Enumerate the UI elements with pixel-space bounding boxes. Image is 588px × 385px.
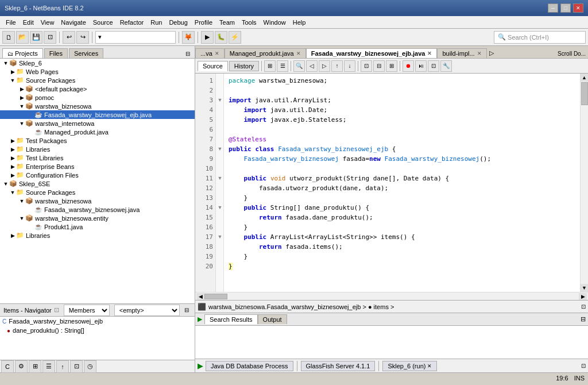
menu-view[interactable]: View [37,18,58,27]
tab-close-icon[interactable]: ✕ [427,51,432,56]
record-btn[interactable]: ⏺ [403,60,414,72]
tree-warstwa-internetowa[interactable]: ▼ 📦 warstwa_internetowa [0,119,195,128]
menu-profile[interactable]: Profile [191,18,216,27]
menu-run[interactable]: Run [147,18,165,27]
firefox-button[interactable]: 🦊 [182,31,195,44]
undo-button[interactable]: ↩ [63,31,75,44]
tab-va[interactable]: ...va ✕ [195,48,225,58]
run-button[interactable]: ▶ [201,31,214,44]
tools-btn[interactable]: 🔧 [440,60,452,72]
vertical-scrollbar[interactable]: ▲ ▼ [580,74,588,292]
tree-source-packages[interactable]: ▼ 📁 Source Packages [0,76,195,84]
output-collapse-button[interactable]: ⊟ [581,315,586,323]
menu-help[interactable]: Help [289,18,310,27]
comment-btn[interactable]: ⊞ [386,60,397,72]
diff-btn[interactable]: ⊡ [361,60,372,72]
menu-debug[interactable]: Debug [165,18,191,27]
process-java-db[interactable]: Java DB Database Process [206,361,293,371]
tree-default-package[interactable]: ▶ 📦 <default package> [0,84,195,93]
prev-btn[interactable]: ↑ [331,60,343,72]
tree-test-packages[interactable]: ▶ 📁 Test Packages [0,136,195,145]
format-btn[interactable]: ⊟ [373,60,385,72]
tab-overflow-button[interactable]: ▷ [487,48,496,58]
menu-file[interactable]: File [2,18,20,27]
horizontal-scrollbar[interactable]: ◀ ▶ [195,292,588,300]
nav-btn-1[interactable]: C [1,360,14,373]
tab-search-results[interactable]: Search Results [204,314,258,324]
panel-collapse-button[interactable]: ⊟ [183,49,192,58]
tree-test-libraries[interactable]: ▶ 📁 Test Libraries [0,153,195,162]
tab-services[interactable]: Services [69,48,103,58]
redo-button[interactable]: ↪ [76,31,89,44]
tab-projects[interactable]: 🗂Projects [2,48,43,58]
tab-managed-produkt[interactable]: Managed_produkt.java ✕ [225,48,306,58]
process-bar-collapse[interactable]: ⊡ [581,363,586,369]
tree-pomoc[interactable]: ▶ 📦 pomoc [0,93,195,102]
tree-produkt1[interactable]: ☕ Produkt1.java [0,222,195,231]
scroll-right-button[interactable]: ▶ [579,293,587,300]
profile-button[interactable]: ⚡ [229,31,241,44]
new-project-button[interactable]: 🗋 [2,31,15,44]
nav-btn-3[interactable]: ⊞ [29,360,41,373]
menu-edit[interactable]: Edit [20,18,37,27]
fold-17[interactable]: ▼ [216,232,224,242]
play-btn[interactable]: ⏯ [415,60,427,72]
h-scroll-thumb[interactable] [204,294,227,299]
tree-libraries[interactable]: ▶ 📁 Libraries [0,145,195,153]
tab-output[interactable]: Output [258,314,287,324]
tree-web-pages[interactable]: ▶ 📁 Web Pages [0,67,195,76]
nav-btn-6[interactable]: ⊡ [70,360,83,373]
tab-close-icon[interactable]: ✕ [477,51,482,56]
scroll-thumb[interactable] [581,82,588,105]
open-project-button[interactable]: 📂 [16,31,29,44]
back-btn[interactable]: ◁ [306,60,318,72]
tree-config-files[interactable]: ▶ 📁 Configuration Files [0,171,195,179]
tree-warstwa-biz-2[interactable]: ▼ 📦 warstwa_biznesowa [0,197,195,205]
tree-managed-produkt[interactable]: ☕ Managed_produkt.java [0,128,195,136]
tree-source-packages-2[interactable]: ▼ 📁 Source Packages [0,188,195,197]
fold-11[interactable]: ▼ [216,174,224,183]
tab-source[interactable]: Source [198,61,228,71]
fwd-btn[interactable]: ▷ [319,60,330,72]
search-box[interactable]: 🔍 Search (Ctrl+I) [494,31,586,44]
fold-14[interactable]: ▼ [216,203,224,213]
close-button[interactable]: ✕ [573,3,583,13]
tab-build-impl[interactable]: build-impl... ✕ [437,48,486,58]
tab-files[interactable]: Files [44,48,68,58]
save-button[interactable]: 💾 [30,31,42,44]
tree-enterprise-beans[interactable]: ▶ 📁 Enterprise Beans [0,162,195,171]
menu-window[interactable]: Window [260,18,289,27]
process-glassfish[interactable]: GlassFish Server 4.1.1 [301,361,376,371]
nav-item-method[interactable]: ● dane_produktu() : String[] [0,326,195,335]
menu-refactor[interactable]: Refactor [117,18,148,27]
members-dropdown[interactable]: Members [64,305,110,316]
menu-team[interactable]: Team [216,18,238,27]
maximize-button[interactable]: □ [560,3,571,13]
nav-btn-7[interactable]: ◷ [84,360,96,373]
menu-navigate[interactable]: Navigate [57,18,89,27]
menu-tools[interactable]: Tools [238,18,260,27]
tree-warstwa-biznesowa[interactable]: ▼ 📦 warstwa_biznesowa [0,102,195,110]
debug-button[interactable]: 🐛 [215,31,227,44]
minimize-button[interactable]: ─ [548,3,558,13]
next-btn[interactable]: ↓ [344,60,355,72]
scroll-doc-label[interactable]: Scroll Do... [555,49,588,58]
nav-item-class[interactable]: C Fasada_warstwy_biznesowej_ejb [0,317,195,326]
nav-btn-5[interactable]: ↑ [56,360,69,373]
proc-close-icon[interactable]: ✕ [427,363,432,369]
tab-fasada-ejb[interactable]: Fasada_warstwy_biznesowej_ejb.java ✕ [306,48,438,58]
fold-3[interactable]: ▼ [216,95,224,105]
run-play-icon[interactable]: ▶ [198,361,203,370]
tree-fasada-biz-file[interactable]: ☕ Fasada_warstwy_biznesowej.java [0,205,195,214]
tab-close-icon[interactable]: ✕ [215,51,219,56]
toggle-linenums-button[interactable]: ☰ [277,60,288,72]
search-btn[interactable]: 🔍 [293,60,305,72]
tree-libraries-2[interactable]: ▶ 📁 Libraries [0,231,195,240]
config-dropdown[interactable]: ▾ [95,31,176,44]
nav-btn-4[interactable]: ☰ [42,360,55,373]
scroll-up-button[interactable]: ▲ [581,74,588,82]
save-all-button[interactable]: ⊡ [44,31,56,44]
scroll-down-button[interactable]: ▼ [581,284,588,292]
breadcrumb-collapse[interactable]: ⊡ [581,303,586,310]
nav-collapse-button[interactable]: ⊟ [182,306,191,314]
